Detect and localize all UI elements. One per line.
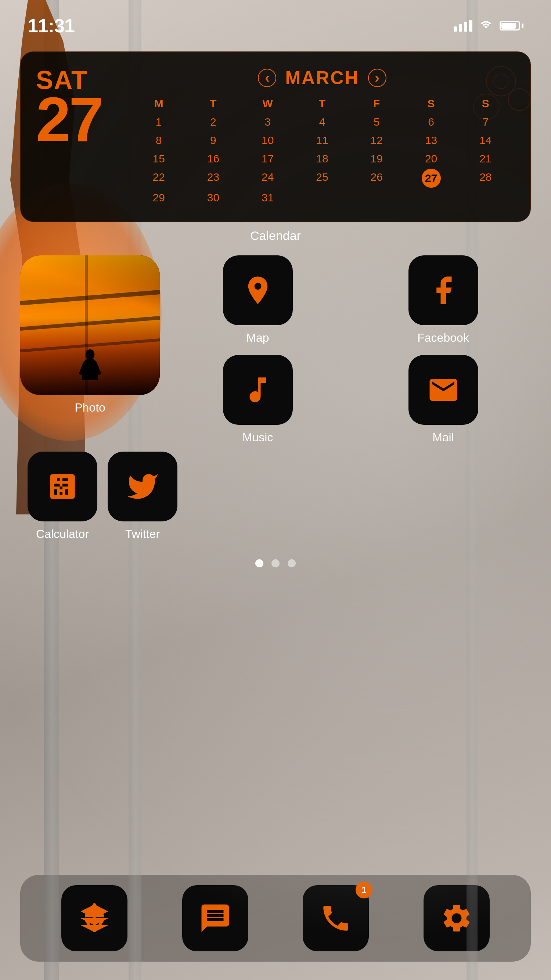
mail-app-item[interactable]: Mail [356,355,531,444]
calendar-day-number: 27 [36,93,117,146]
music-app-item[interactable]: Music [170,355,345,444]
mail-app-label: Mail [432,431,454,444]
page-dots [255,559,296,567]
battery-icon [500,21,524,30]
facebook-app-item[interactable]: Facebook [356,255,531,345]
cal-cell[interactable]: 8 [132,132,186,149]
cal-cell-empty [404,189,458,206]
wifi-icon [479,20,493,32]
map-app-label: Map [246,331,269,345]
svg-line-8 [20,318,160,329]
music-icon [241,373,275,406]
cal-cell[interactable]: 12 [349,132,404,149]
cal-cell[interactable]: 25 [295,169,349,188]
twitter-app-label: Twitter [125,527,160,541]
calendar-prev-button[interactable]: ‹ [258,69,276,87]
weekday-header-thu: T [295,95,349,112]
cal-cell[interactable]: 13 [404,132,458,149]
cal-cell-today[interactable]: 27 [422,169,441,188]
weekday-header-wed: W [241,95,295,112]
map-app-item[interactable]: Map [170,255,345,345]
cal-cell[interactable]: 23 [186,169,240,188]
photo-app-label: Photo [75,401,105,415]
app-grid-main: Photo Map Facebook [20,255,531,444]
calendar-widget-label: Calendar [250,229,301,243]
page-dot-1[interactable] [255,559,264,567]
mail-icon [427,373,460,406]
app-row-bottom: Calculator Twitter [20,452,531,541]
page-dot-2[interactable] [272,559,279,567]
svg-line-9 [20,340,160,351]
svg-line-7 [20,292,160,303]
cal-cell[interactable]: 22 [132,169,186,188]
calculator-icon [46,470,79,503]
cal-cell[interactable]: 16 [186,150,240,167]
cal-cell-empty [295,189,349,206]
mail-app-icon[interactable] [408,355,478,425]
cal-cell[interactable]: 29 [132,189,186,206]
cal-cell[interactable]: 11 [295,132,349,149]
weekday-header-mon: M [132,95,186,112]
photo-window-frame [20,255,160,395]
cal-cell[interactable]: 3 [241,113,295,130]
calculator-app-item[interactable]: Calculator [27,452,97,541]
cal-cell[interactable]: 4 [295,113,349,130]
weekday-header-fri: F [349,95,404,112]
status-icons [454,20,524,32]
facebook-icon [427,274,460,307]
calculator-app-label: Calculator [36,527,89,541]
cal-cell[interactable]: 9 [186,132,240,149]
calculator-app-icon[interactable] [27,452,97,522]
status-bar: 11:31 [20,0,531,40]
cal-cell[interactable]: 20 [404,150,458,167]
twitter-app-item[interactable]: Twitter [108,452,178,541]
cal-cell[interactable]: 19 [349,150,404,167]
calendar-next-button[interactable]: › [368,69,386,87]
signal-strength-icon [454,20,472,32]
weekday-header-tue: T [186,95,240,112]
photo-app-icon[interactable] [20,255,160,395]
cal-cell[interactable]: 31 [241,189,295,206]
cal-cell[interactable]: 1 [132,113,186,130]
page-dot-3[interactable] [287,559,296,567]
facebook-app-label: Facebook [417,331,469,345]
cal-cell-empty [349,189,404,206]
cal-cell[interactable]: 6 [404,113,458,130]
status-time: 11:31 [27,15,75,37]
calendar-month-name: MARCH [285,67,359,89]
twitter-icon [126,470,159,503]
cal-cell[interactable]: 18 [295,150,349,167]
cal-cell[interactable]: 30 [186,189,240,206]
calendar-month-header: ‹ MARCH › [132,67,513,89]
calendar-grid-cells: M T W T F S S 1 2 3 4 5 6 7 8 9 10 11 [132,95,513,206]
calendar-grid: ‹ MARCH › M T W T F S S 1 2 3 4 5 6 7 [132,67,513,206]
app-grid-right: Map Facebook Music [170,255,531,444]
cal-cell[interactable]: 28 [459,169,513,188]
cal-cell[interactable]: 26 [349,169,404,188]
cal-cell[interactable]: 15 [132,150,186,167]
weekday-header-sat: S [404,95,458,112]
calendar-day-section: SAT 27 [36,67,117,146]
photo-thumbnail [20,255,160,395]
cal-cell[interactable]: 5 [349,113,404,130]
calendar-widget: SAT 27 ‹ MARCH › M T W T F S S 1 2 3 [20,51,531,222]
weekday-header-sun: S [459,95,513,112]
music-app-label: Music [243,431,273,444]
map-icon [241,274,275,307]
cal-cell[interactable]: 21 [459,150,513,167]
cal-cell[interactable]: 24 [241,169,295,188]
music-app-icon[interactable] [223,355,293,425]
screen-content: 11:31 SAT [0,0,551,980]
cal-cell[interactable]: 2 [186,113,240,130]
cal-cell-empty [459,189,513,206]
facebook-app-icon[interactable] [408,255,478,325]
twitter-app-icon[interactable] [108,452,178,522]
map-app-icon[interactable] [223,255,293,325]
cal-cell[interactable]: 10 [241,132,295,149]
cal-cell[interactable]: 7 [459,113,513,130]
photo-app-column: Photo [20,255,160,444]
cal-cell[interactable]: 17 [241,150,295,167]
cal-cell[interactable]: 14 [459,132,513,149]
